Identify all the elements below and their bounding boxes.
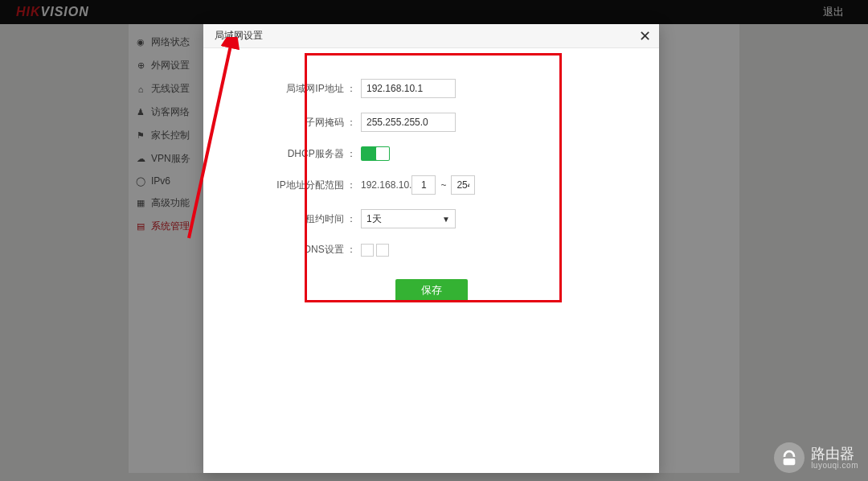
- dhcp-toggle[interactable]: [361, 146, 390, 161]
- dns-checkbox-1[interactable]: [361, 244, 374, 257]
- range-separator: ~: [440, 179, 446, 191]
- row-dhcp: DHCP服务器 ：: [240, 146, 622, 161]
- toggle-knob: [376, 147, 389, 160]
- subnet-mask-input[interactable]: [361, 113, 456, 132]
- lan-ip-input[interactable]: [361, 79, 456, 98]
- watermark-text: 路由器 luyouqi.com: [811, 446, 858, 470]
- close-icon[interactable]: ✕: [639, 29, 651, 43]
- modal-title: 局域网设置: [215, 29, 263, 43]
- dns-checkbox-group: [361, 244, 389, 257]
- chevron-down-icon: ▼: [442, 215, 450, 224]
- label-lan-ip: 局域网IP地址 ：: [240, 82, 361, 96]
- watermark-title: 路由器: [811, 446, 858, 461]
- row-ip-range: IP地址分配范围 ： 192.168.10. ~: [240, 175, 622, 195]
- watermark-sub: luyouqi.com: [811, 461, 858, 470]
- watermark-icon: [774, 442, 805, 473]
- range-to-input[interactable]: [451, 175, 475, 195]
- save-button[interactable]: 保存: [395, 279, 468, 302]
- row-dns: DNS设置 ：: [240, 243, 622, 257]
- label-lease: 租约时间 ：: [240, 212, 361, 226]
- row-subnet: 子网掩码 ：: [240, 113, 622, 132]
- row-lease: 租约时间 ： 1天 ▼: [240, 209, 622, 228]
- lease-time-select[interactable]: 1天 ▼: [361, 209, 456, 228]
- watermark: 路由器 luyouqi.com: [774, 442, 858, 473]
- lease-selected-value: 1天: [366, 212, 382, 226]
- label-dns: DNS设置 ：: [240, 243, 361, 257]
- label-dhcp: DHCP服务器 ：: [240, 147, 361, 161]
- form-area: 局域网IP地址 ： 子网掩码 ： DHCP服务器 ： IP地址分配范围 ： 19…: [208, 55, 654, 326]
- label-ip-range: IP地址分配范围 ：: [240, 179, 361, 192]
- range-from-input[interactable]: [411, 175, 436, 195]
- modal-header: 局域网设置 ✕: [203, 24, 659, 48]
- lan-settings-modal: 局域网设置 ✕ 局域网IP地址 ： 子网掩码 ： DHCP服务器 ： IP地址分…: [203, 24, 659, 473]
- dns-checkbox-2[interactable]: [376, 244, 389, 257]
- range-prefix-text: 192.168.10.: [361, 179, 411, 191]
- label-subnet: 子网掩码 ：: [240, 116, 361, 130]
- row-lan-ip: 局域网IP地址 ：: [240, 79, 622, 98]
